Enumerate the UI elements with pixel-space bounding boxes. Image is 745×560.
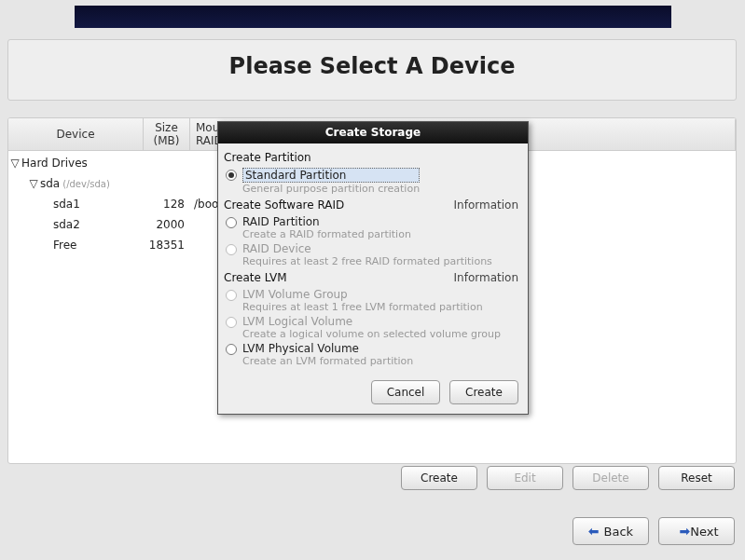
device-path: (/dev/sda) xyxy=(60,179,110,189)
back-button-label: Back xyxy=(604,525,634,539)
option-desc: Create a logical volume on selected volu… xyxy=(242,328,501,340)
option-label: LVM Logical Volume xyxy=(242,315,501,328)
column-header-size-line1: Size xyxy=(149,121,184,134)
option-desc: Create an LVM formated partition xyxy=(242,355,413,367)
page-title: Please Select A Device xyxy=(8,53,736,79)
radio-icon[interactable] xyxy=(226,317,237,328)
option-raid-device[interactable]: RAID Device Requires at least 2 free RAI… xyxy=(226,242,518,267)
partition-name: Free xyxy=(53,239,76,252)
option-label: LVM Physical Volume xyxy=(242,342,413,355)
expander-icon[interactable]: ▽ xyxy=(27,177,40,190)
option-lvm-physical-volume[interactable]: LVM Physical Volume Create an LVM format… xyxy=(226,342,518,367)
option-desc: Requires at least 2 free RAID formated p… xyxy=(242,255,492,267)
option-lvm-logical-volume[interactable]: LVM Logical Volume Create a logical volu… xyxy=(226,315,518,340)
create-button[interactable]: Create xyxy=(401,466,477,490)
cancel-button[interactable]: Cancel xyxy=(371,380,440,404)
option-lvm-volume-group[interactable]: LVM Volume Group Requires at least 1 fre… xyxy=(226,288,518,313)
option-standard-partition[interactable]: Standard Partition General purpose parti… xyxy=(226,168,518,195)
option-raid-partition[interactable]: RAID Partition Create a RAID formated pa… xyxy=(226,215,518,240)
information-link[interactable]: Information xyxy=(454,198,518,212)
column-header-size[interactable]: Size (MB) xyxy=(144,118,190,150)
create-storage-dialog: Create Storage Create Partition Standard… xyxy=(217,121,529,415)
partition-name: sda2 xyxy=(53,218,80,231)
radio-icon[interactable] xyxy=(226,244,237,255)
column-header-device[interactable]: Device xyxy=(8,118,144,150)
section-label: Create LVM xyxy=(224,271,287,284)
back-button[interactable]: ⬅ Back xyxy=(573,517,649,545)
section-create-lvm: Create LVM Information xyxy=(224,271,518,284)
arrow-left-icon: ⬅ xyxy=(588,524,600,539)
radio-icon[interactable] xyxy=(226,344,237,355)
tree-label: sda xyxy=(40,177,60,190)
arrow-right-icon: ➡ xyxy=(679,524,690,539)
dialog-create-button[interactable]: Create xyxy=(449,380,518,404)
expander-icon[interactable]: ▽ xyxy=(8,157,21,170)
radio-icon[interactable] xyxy=(226,290,237,301)
information-link[interactable]: Information xyxy=(454,271,518,284)
partition-size: 128 xyxy=(144,198,190,211)
tree-label: Hard Drives xyxy=(21,157,88,170)
section-label: Create Partition xyxy=(224,151,311,164)
option-label: RAID Partition xyxy=(242,215,411,228)
section-create-raid: Create Software RAID Information xyxy=(224,198,518,212)
partition-size: 18351 xyxy=(144,239,190,252)
action-button-row: Create Edit Delete Reset xyxy=(7,466,737,490)
option-label: Standard Partition xyxy=(242,168,420,183)
option-desc: General purpose partition creation xyxy=(242,183,420,195)
section-label: Create Software RAID xyxy=(224,198,344,212)
partition-name: sda1 xyxy=(53,198,80,211)
next-button[interactable]: ➡ Next xyxy=(658,517,735,545)
radio-icon[interactable] xyxy=(226,170,237,181)
partition-size: 2000 xyxy=(144,218,190,231)
section-create-partition: Create Partition xyxy=(224,151,518,164)
title-panel: Please Select A Device xyxy=(7,39,737,101)
option-label: LVM Volume Group xyxy=(242,288,483,301)
column-header-size-line2: (MB) xyxy=(149,134,184,147)
edit-button[interactable]: Edit xyxy=(487,466,563,490)
nav-button-row: ⬅ Back ➡ Next xyxy=(7,517,737,545)
option-label: RAID Device xyxy=(242,242,492,255)
next-button-label: Next xyxy=(690,525,718,539)
delete-button[interactable]: Delete xyxy=(573,466,649,490)
radio-icon[interactable] xyxy=(226,217,237,228)
option-desc: Create a RAID formated partition xyxy=(242,228,411,240)
reset-button[interactable]: Reset xyxy=(658,466,735,490)
option-desc: Requires at least 1 free LVM formated pa… xyxy=(242,301,483,313)
dialog-footer: Cancel Create xyxy=(218,373,528,414)
header-banner xyxy=(75,6,671,28)
dialog-title: Create Storage xyxy=(218,122,528,143)
